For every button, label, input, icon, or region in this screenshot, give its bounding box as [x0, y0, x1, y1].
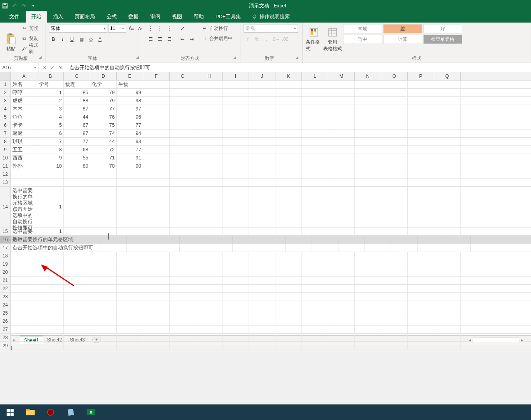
cell[interactable]	[233, 236, 259, 243]
cell[interactable]	[11, 276, 37, 284]
cell[interactable]	[434, 154, 461, 162]
cell[interactable]	[249, 138, 275, 145]
cell[interactable]	[143, 89, 170, 96]
cell[interactable]	[408, 89, 434, 96]
cell[interactable]	[355, 162, 381, 170]
cell[interactable]	[434, 138, 461, 145]
tab-file[interactable]: 文件	[4, 11, 25, 23]
cell[interactable]	[381, 317, 408, 325]
cell-style-gallery[interactable]: 常规 差 好 适中 计算 检查单元格	[343, 24, 462, 44]
orientation-button[interactable]: ⤢	[178, 24, 187, 33]
tab-pdf[interactable]: PDF工具集	[210, 11, 246, 23]
cell[interactable]: 木木	[11, 105, 37, 113]
cell[interactable]	[170, 326, 196, 333]
cell[interactable]	[302, 113, 328, 121]
cell[interactable]	[434, 276, 461, 284]
cell[interactable]	[90, 309, 117, 317]
cell[interactable]	[408, 138, 434, 145]
cell[interactable]	[90, 260, 117, 268]
cell[interactable]	[196, 170, 223, 178]
cell[interactable]	[408, 309, 434, 317]
cell[interactable]	[90, 178, 117, 186]
cell[interactable]	[117, 276, 143, 284]
cell[interactable]	[196, 309, 223, 317]
col-header-I[interactable]: I	[223, 72, 249, 80]
cell[interactable]	[328, 228, 355, 235]
cell[interactable]	[434, 342, 461, 350]
style-good[interactable]: 好	[423, 24, 462, 33]
cell[interactable]	[275, 170, 302, 178]
cell[interactable]	[328, 317, 355, 325]
wrap-text-button[interactable]: ↩自动换行	[202, 24, 233, 33]
cell[interactable]	[434, 309, 461, 317]
cell[interactable]	[418, 244, 444, 252]
launcher-icon[interactable]: ◢	[39, 55, 42, 59]
cell[interactable]	[381, 113, 408, 121]
col-header-H[interactable]: H	[196, 72, 223, 80]
row-header[interactable]: 14	[0, 187, 11, 227]
cut-button[interactable]: ✂剪切	[21, 24, 42, 33]
cell[interactable]: 70	[90, 162, 117, 170]
cell[interactable]	[408, 170, 434, 178]
tab-data[interactable]: 数据	[123, 11, 144, 23]
cell[interactable]	[381, 268, 408, 276]
cell[interactable]	[328, 113, 355, 121]
row-header[interactable]: 3	[0, 97, 11, 105]
cell[interactable]	[196, 252, 223, 260]
cell[interactable]	[355, 89, 381, 96]
cell[interactable]	[249, 178, 275, 186]
cell[interactable]	[64, 228, 90, 235]
cell[interactable]	[312, 244, 338, 252]
align-middle-button[interactable]: ⋮	[156, 24, 164, 33]
cell[interactable]	[170, 276, 196, 284]
cell[interactable]	[90, 228, 117, 235]
cell[interactable]	[249, 146, 275, 154]
cell[interactable]	[143, 97, 170, 105]
cell[interactable]	[408, 301, 434, 309]
cell[interactable]	[328, 170, 355, 178]
row-header[interactable]: 1	[0, 80, 11, 88]
cell[interactable]	[117, 293, 143, 301]
cell[interactable]	[275, 309, 302, 317]
conditional-format-button[interactable]: 条件格式	[306, 24, 322, 52]
cell[interactable]	[170, 130, 196, 137]
cell[interactable]	[170, 293, 196, 301]
cell[interactable]	[11, 317, 37, 325]
cell[interactable]	[408, 113, 434, 121]
cell[interactable]	[355, 187, 381, 227]
cell[interactable]	[117, 342, 143, 350]
cell[interactable]	[170, 334, 196, 341]
align-center-button[interactable]: ☰	[156, 35, 164, 44]
cell[interactable]	[302, 89, 328, 96]
cell[interactable]: 卡卡	[11, 121, 37, 129]
col-header-N[interactable]: N	[355, 72, 381, 80]
cell[interactable]	[381, 301, 408, 309]
cell[interactable]	[275, 268, 302, 276]
cell[interactable]	[328, 89, 355, 96]
cell[interactable]	[90, 268, 117, 276]
tab-layout[interactable]: 页面布局	[69, 11, 100, 23]
cell[interactable]: 选中需要换行的单元格区域 点击开始选项中的自动换行按钮即可	[11, 187, 37, 227]
cell[interactable]	[444, 236, 471, 243]
cell[interactable]	[381, 260, 408, 268]
cell[interactable]: 85	[64, 89, 90, 96]
qat-dropdown-icon[interactable]: ▾	[30, 2, 37, 9]
cell[interactable]: 72	[90, 146, 117, 154]
cell[interactable]	[355, 326, 381, 333]
cell[interactable]	[11, 309, 37, 317]
cell[interactable]	[37, 334, 64, 341]
cell[interactable]	[275, 162, 302, 170]
cell[interactable]	[328, 187, 355, 227]
cell[interactable]	[355, 334, 381, 341]
cell[interactable]	[170, 146, 196, 154]
cell[interactable]: 88	[64, 97, 90, 105]
cell[interactable]	[302, 97, 328, 105]
cell[interactable]: 67	[64, 121, 90, 129]
cell[interactable]	[143, 138, 170, 145]
cell[interactable]	[249, 228, 275, 235]
cell[interactable]: 99	[117, 89, 143, 96]
cell[interactable]	[249, 293, 275, 301]
cell[interactable]	[381, 121, 408, 129]
cell[interactable]	[275, 285, 302, 292]
cell[interactable]	[408, 146, 434, 154]
